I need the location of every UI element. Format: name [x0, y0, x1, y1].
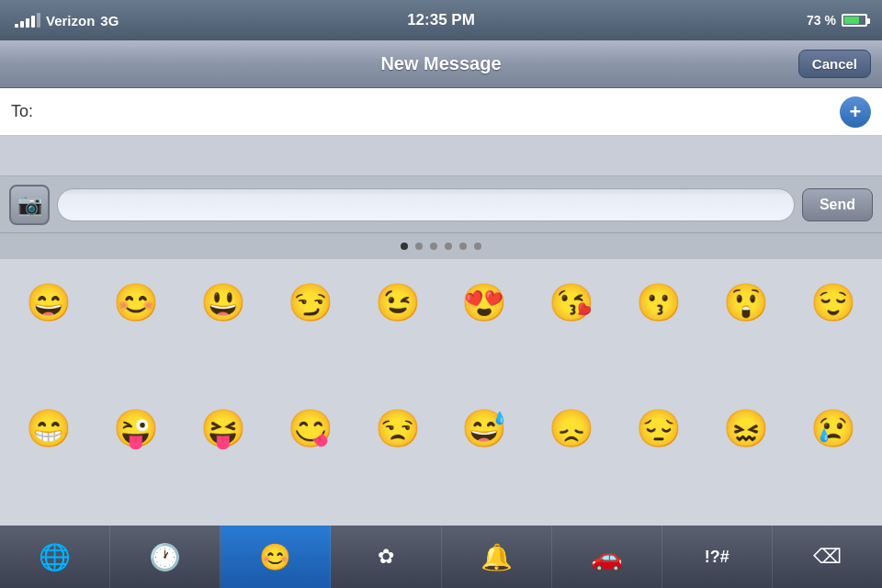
add-contact-button[interactable]: + — [840, 96, 871, 128]
cancel-button[interactable]: Cancel — [798, 50, 871, 78]
network-label: 3G — [100, 13, 119, 28]
status-right: 73 % — [807, 13, 867, 28]
kb-emoji-button[interactable]: 😊 — [220, 526, 331, 588]
kb-symbols-button[interactable]: !?# — [662, 526, 773, 588]
emoji-0-4[interactable]: 😉 — [356, 268, 439, 336]
status-bar: Verizon 3G 12:35 PM 73 % — [0, 0, 882, 40]
subject-area — [0, 136, 882, 176]
main-wrapper: Verizon 3G 12:35 PM 73 % New Message Can… — [0, 0, 882, 588]
battery-fill — [844, 17, 859, 24]
camera-icon: 📷 — [17, 193, 42, 217]
emoji-0-1[interactable]: 😊 — [95, 268, 178, 336]
emoji-1-2[interactable]: 😝 — [182, 394, 266, 462]
pagination-dot-4 — [445, 243, 452, 250]
emoji-1-6[interactable]: 😞 — [530, 394, 614, 462]
pagination-dot-2 — [415, 243, 423, 250]
kb-car-button[interactable]: 🚗 — [552, 526, 662, 588]
message-area: 📷 Send — [0, 176, 882, 233]
signal-bar-4 — [31, 16, 35, 28]
send-button[interactable]: Send — [802, 188, 873, 221]
pagination-dot-1 — [401, 243, 408, 250]
nav-bar: New Message Cancel — [0, 40, 882, 88]
carrier-label: Verizon — [46, 13, 95, 28]
kb-globe-button[interactable]: 🌐 — [0, 526, 110, 588]
message-input[interactable] — [57, 188, 795, 221]
to-label: To: — [11, 102, 33, 121]
to-input[interactable] — [40, 103, 840, 121]
kb-backspace-button[interactable]: ⌫ — [773, 526, 882, 588]
signal-bar-5 — [37, 13, 40, 28]
emoji-0-3[interactable]: 😏 — [268, 268, 352, 336]
emoji-1-9[interactable]: 😢 — [791, 394, 875, 462]
signal-bar-3 — [26, 18, 29, 28]
emoji-grid: 😄😊😃😏😉😍😘😗😲😌😁😜😝😋😒😅😞😔😖😢 — [0, 259, 882, 526]
signal-bar-1 — [15, 24, 18, 28]
kb-clock-button[interactable]: 🕐 — [110, 526, 220, 588]
signal-bars — [15, 13, 40, 28]
emoji-1-0[interactable]: 😁 — [7, 394, 91, 462]
emoji-0-9[interactable]: 😌 — [791, 268, 875, 336]
pagination-dot-3 — [430, 243, 437, 250]
camera-button[interactable]: 📷 — [9, 185, 50, 225]
emoji-0-2[interactable]: 😃 — [182, 268, 266, 336]
emoji-0-5[interactable]: 😍 — [443, 268, 526, 336]
battery-icon — [842, 14, 867, 27]
emoji-0-6[interactable]: 😘 — [530, 268, 614, 336]
pagination-dots — [0, 233, 882, 259]
emoji-0-7[interactable]: 😗 — [617, 268, 701, 336]
battery-percent: 73 % — [807, 13, 836, 28]
emoji-1-4[interactable]: 😒 — [356, 394, 439, 462]
emoji-1-5[interactable]: 😅 — [443, 394, 526, 462]
to-field: To: + — [0, 88, 882, 136]
kb-flower-button[interactable]: ✿ — [331, 526, 441, 588]
pagination-dot-6 — [474, 243, 481, 250]
kb-bell-button[interactable]: 🔔 — [442, 526, 552, 588]
emoji-0-0[interactable]: 😄 — [7, 268, 91, 336]
keyboard-bottom: 🌐 🕐 😊 ✿ 🔔 🚗 !?# ⌫ — [0, 526, 882, 588]
pagination-dot-5 — [459, 243, 467, 250]
signal-bar-2 — [20, 21, 24, 28]
status-time: 12:35 PM — [407, 11, 475, 29]
status-left: Verizon 3G — [15, 13, 119, 28]
emoji-0-8[interactable]: 😲 — [704, 268, 787, 336]
emoji-1-1[interactable]: 😜 — [95, 394, 178, 462]
emoji-1-8[interactable]: 😖 — [704, 394, 787, 462]
emoji-1-3[interactable]: 😋 — [268, 394, 352, 462]
nav-title: New Message — [380, 53, 501, 74]
emoji-1-7[interactable]: 😔 — [617, 394, 701, 462]
